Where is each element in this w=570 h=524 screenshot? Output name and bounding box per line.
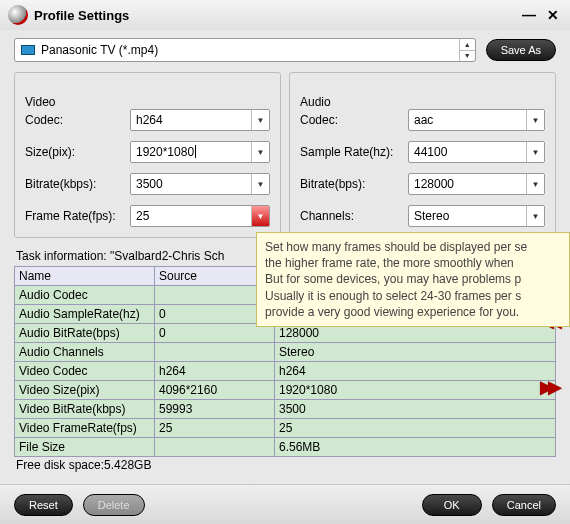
fps-tooltip: Set how many frames should be displayed … <box>256 232 570 327</box>
table-cell: 25 <box>275 419 556 438</box>
audio-ch-label: Channels: <box>300 209 408 223</box>
profile-spinner[interactable]: ▲ ▼ <box>459 39 475 61</box>
video-group: Video Codec: h264▼ Size(pix): 1920*1080▼… <box>14 72 281 238</box>
profile-row: Panasonic TV (*.mp4) ▲ ▼ Save As <box>0 30 570 70</box>
chevron-down-icon[interactable]: ▼ <box>251 174 269 194</box>
video-fps-select[interactable]: 25▼ <box>130 205 270 227</box>
table-cell: Video Size(pix) <box>15 381 155 400</box>
audio-sr-select[interactable]: 44100▼ <box>408 141 545 163</box>
chevron-down-icon[interactable]: ▼ <box>526 142 544 162</box>
table-cell: 4096*2160 <box>155 381 275 400</box>
free-disk-space: Free disk space:5.428GB <box>14 457 556 472</box>
chevron-down-icon[interactable]: ▼ <box>526 110 544 130</box>
table-cell: Audio SampleRate(hz) <box>15 305 155 324</box>
delete-button: Delete <box>83 494 145 516</box>
profile-label: Panasonic TV (*.mp4) <box>41 43 158 57</box>
table-cell: 59993 <box>155 400 275 419</box>
table-cell: 1920*1080 <box>275 381 556 400</box>
minimize-button[interactable]: — <box>520 6 538 24</box>
chevron-down-icon[interactable]: ▼ <box>251 206 269 226</box>
chevron-down-icon[interactable]: ▼ <box>526 206 544 226</box>
video-bitrate-label: Bitrate(kbps): <box>25 177 130 191</box>
audio-sr-label: Sample Rate(hz): <box>300 145 408 159</box>
table-cell: Stereo <box>275 343 556 362</box>
chevron-down-icon[interactable]: ▼ <box>526 174 544 194</box>
audio-legend: Audio <box>300 95 545 109</box>
tv-icon <box>21 45 35 55</box>
audio-codec-select[interactable]: aac▼ <box>408 109 545 131</box>
audio-group: Audio Codec: aac▼ Sample Rate(hz): 44100… <box>289 72 556 238</box>
table-cell: 25 <box>155 419 275 438</box>
audio-codec-label: Codec: <box>300 113 408 127</box>
chevron-down-icon[interactable]: ▼ <box>251 142 269 162</box>
chevron-down-icon[interactable]: ▼ <box>460 51 475 62</box>
table-cell: Video FrameRate(fps) <box>15 419 155 438</box>
table-cell: h264 <box>155 362 275 381</box>
table-row[interactable]: Video FrameRate(fps)2525 <box>15 419 556 438</box>
video-size-select[interactable]: 1920*1080▼ <box>130 141 270 163</box>
cancel-button[interactable]: Cancel <box>492 494 556 516</box>
table-cell: h264 <box>275 362 556 381</box>
audio-br-label: Bitrate(bps): <box>300 177 408 191</box>
video-size-label: Size(pix): <box>25 145 130 159</box>
table-cell: 6.56MB <box>275 438 556 457</box>
table-row[interactable]: Video Codech264h264 <box>15 362 556 381</box>
chevron-down-icon[interactable]: ▼ <box>251 110 269 130</box>
table-cell: 3500 <box>275 400 556 419</box>
table-row[interactable]: Audio ChannelsStereo <box>15 343 556 362</box>
close-button[interactable]: ✕ <box>544 6 562 24</box>
next-task-button[interactable]: ▶▶ <box>540 376 556 398</box>
footer: Reset Delete OK Cancel <box>0 484 570 524</box>
reset-button[interactable]: Reset <box>14 494 73 516</box>
video-codec-select[interactable]: h264▼ <box>130 109 270 131</box>
table-cell: Audio BitRate(bps) <box>15 324 155 343</box>
audio-ch-select[interactable]: Stereo▼ <box>408 205 545 227</box>
profile-select[interactable]: Panasonic TV (*.mp4) ▲ ▼ <box>14 38 476 62</box>
window-title: Profile Settings <box>34 8 514 23</box>
audio-br-select[interactable]: 128000▼ <box>408 173 545 195</box>
ok-button[interactable]: OK <box>422 494 482 516</box>
table-cell <box>155 343 275 362</box>
table-cell: Audio Channels <box>15 343 155 362</box>
app-icon <box>8 5 28 25</box>
video-bitrate-select[interactable]: 3500▼ <box>130 173 270 195</box>
table-row[interactable]: Video Size(pix)4096*21601920*1080 <box>15 381 556 400</box>
table-cell: Video BitRate(kbps) <box>15 400 155 419</box>
save-as-button[interactable]: Save As <box>486 39 556 61</box>
video-fps-label: Frame Rate(fps): <box>25 209 130 223</box>
titlebar: Profile Settings — ✕ <box>0 0 570 30</box>
video-codec-label: Codec: <box>25 113 130 127</box>
table-cell: File Size <box>15 438 155 457</box>
col-name[interactable]: Name <box>15 267 155 286</box>
video-legend: Video <box>25 95 270 109</box>
table-cell: Audio Codec <box>15 286 155 305</box>
table-cell: Video Codec <box>15 362 155 381</box>
chevron-up-icon[interactable]: ▲ <box>460 39 475 51</box>
table-row[interactable]: Video BitRate(kbps)599933500 <box>15 400 556 419</box>
table-cell <box>155 438 275 457</box>
table-row[interactable]: File Size6.56MB <box>15 438 556 457</box>
